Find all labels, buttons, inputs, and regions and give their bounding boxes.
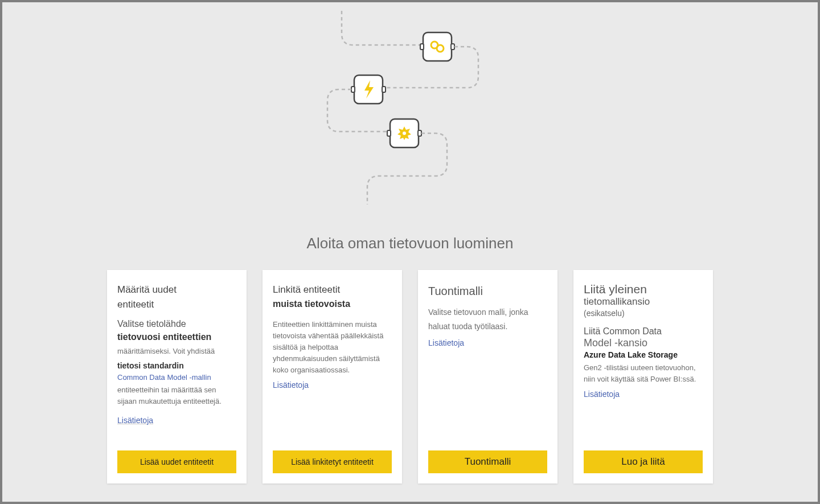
svg-rect-10 [418,130,421,136]
card-title: Linkitä entiteetit muista tietovoista [273,282,392,311]
card-body: Gen2 -tilistäsi uuteen tietovuohon, niin… [584,362,703,385]
add-new-entities-button[interactable]: Lisää uudet entiteetit [117,450,236,473]
svg-rect-9 [387,130,391,136]
page-title: Aloita oman tietovuon luominen [2,235,818,252]
card-body: määrittämiseksi. Voit yhdistää tietosi s… [117,346,236,407]
learn-more-link[interactable]: Lisätietoja [273,380,392,390]
option-cards: Määritä uudet entiteetit Valitse tietolä… [2,270,818,483]
card-define-new-entities: Määritä uudet entiteetit Valitse tietolä… [107,270,247,483]
svg-point-11 [403,132,406,135]
svg-rect-3 [420,44,424,50]
card-sub3: Azure Data Lake Storage [584,350,703,361]
dataflow-create-page: Aloita oman tietovuon luominen Määritä u… [2,2,818,502]
card-attach-cdm-folder: Liitä yleinen tietomallikansio (esikatse… [573,270,713,483]
hero-illustration [308,11,512,204]
card-subtitle: Valitse tietolähde tietovuosi entiteetti… [117,317,236,343]
learn-more-link[interactable]: Lisätietoja [117,416,236,425]
card-sub2: Model -kansio [584,337,703,350]
learn-more-link[interactable]: Lisätietoja [584,390,703,399]
create-and-attach-button[interactable]: Luo ja liitä [584,450,703,473]
learn-more-link[interactable]: Lisätietoja [428,338,547,347]
card-title: Määritä uudet entiteetit [117,282,236,312]
preview-label: (esikatselu) [584,309,703,318]
card-link-entities: Linkitä entiteetit muista tietovoista En… [263,270,402,483]
cdm-link[interactable]: Common Data Model -mallin [117,372,236,383]
svg-rect-7 [382,87,386,92]
card-title: Tuontimalli [428,282,547,300]
import-model-button[interactable]: Tuontimalli [428,450,547,473]
svg-rect-6 [351,87,355,92]
add-linked-entities-button[interactable]: Lisää linkitetyt entiteetit [273,450,392,473]
card-sub1: Liitä Common Data [584,326,703,338]
card-body: Valitse tietovuon malli, jonka haluat tu… [428,305,547,334]
card-body: Entiteettien linkittäminen muista tietov… [273,319,392,376]
card-title: Liitä yleinen tietomallikansio [584,282,703,308]
svg-rect-4 [451,44,454,50]
card-import-model: Tuontimalli Valitse tietovuon malli, jon… [418,270,557,483]
